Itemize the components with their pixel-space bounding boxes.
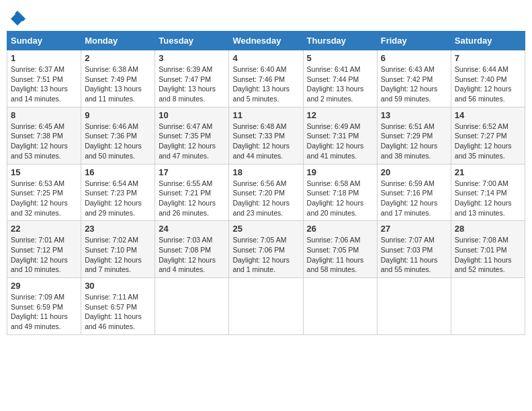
day-number: 12 xyxy=(307,110,373,120)
day-detail: Sunrise: 7:02 AM Sunset: 7:10 PM Dayligh… xyxy=(85,235,151,275)
calendar-cell xyxy=(377,278,451,335)
day-detail: Sunrise: 7:03 AM Sunset: 7:08 PM Dayligh… xyxy=(159,235,225,275)
day-number: 6 xyxy=(381,53,447,63)
day-number: 25 xyxy=(232,224,299,234)
day-number: 20 xyxy=(381,167,447,177)
day-detail: Sunrise: 7:00 AM Sunset: 7:14 PM Dayligh… xyxy=(455,179,521,218)
day-detail: Sunrise: 7:08 AM Sunset: 7:01 PM Dayligh… xyxy=(455,235,521,275)
day-detail: Sunrise: 6:44 AM Sunset: 7:40 PM Dayligh… xyxy=(455,64,521,104)
calendar-cell: 18Sunrise: 6:56 AM Sunset: 7:20 PM Dayli… xyxy=(229,164,303,221)
calendar-cell: 15Sunrise: 6:53 AM Sunset: 7:25 PM Dayli… xyxy=(7,164,81,221)
day-number: 24 xyxy=(159,224,225,234)
day-number: 26 xyxy=(307,224,373,234)
day-detail: Sunrise: 6:53 AM Sunset: 7:25 PM Dayligh… xyxy=(11,179,77,218)
day-detail: Sunrise: 7:01 AM Sunset: 7:12 PM Dayligh… xyxy=(11,235,77,275)
calendar-cell: 4Sunrise: 6:40 AM Sunset: 7:46 PM Daylig… xyxy=(229,50,303,107)
calendar-cell xyxy=(229,278,303,335)
day-number: 8 xyxy=(11,110,77,120)
day-detail: Sunrise: 6:46 AM Sunset: 7:36 PM Dayligh… xyxy=(85,122,151,161)
calendar-cell: 9Sunrise: 6:46 AM Sunset: 7:36 PM Daylig… xyxy=(81,107,155,164)
day-number: 3 xyxy=(159,53,225,63)
calendar-body: 1Sunrise: 6:37 AM Sunset: 7:51 PM Daylig… xyxy=(7,50,525,335)
day-detail: Sunrise: 6:49 AM Sunset: 7:31 PM Dayligh… xyxy=(307,122,373,161)
day-number: 16 xyxy=(85,167,151,177)
calendar-cell: 22Sunrise: 7:01 AM Sunset: 7:12 PM Dayli… xyxy=(7,221,81,278)
day-detail: Sunrise: 7:09 AM Sunset: 6:59 PM Dayligh… xyxy=(11,292,77,332)
calendar-header-row: SundayMondayTuesdayWednesdayThursdayFrid… xyxy=(7,32,525,50)
day-detail: Sunrise: 6:51 AM Sunset: 7:29 PM Dayligh… xyxy=(381,122,447,161)
day-detail: Sunrise: 6:38 AM Sunset: 7:49 PM Dayligh… xyxy=(85,64,151,104)
calendar-cell: 12Sunrise: 6:49 AM Sunset: 7:31 PM Dayli… xyxy=(303,107,377,164)
day-detail: Sunrise: 6:54 AM Sunset: 7:23 PM Dayligh… xyxy=(85,179,151,218)
calendar-cell: 10Sunrise: 6:47 AM Sunset: 7:35 PM Dayli… xyxy=(155,107,229,164)
weekday-header-tuesday: Tuesday xyxy=(155,32,229,50)
day-detail: Sunrise: 6:52 AM Sunset: 7:27 PM Dayligh… xyxy=(455,122,521,161)
calendar-cell xyxy=(451,278,525,335)
calendar-week-row: 29Sunrise: 7:09 AM Sunset: 6:59 PM Dayli… xyxy=(7,278,525,335)
calendar-cell: 29Sunrise: 7:09 AM Sunset: 6:59 PM Dayli… xyxy=(7,278,81,335)
day-number: 1 xyxy=(11,53,77,63)
calendar-table: SundayMondayTuesdayWednesdayThursdayFrid… xyxy=(7,31,525,335)
day-number: 11 xyxy=(232,110,299,120)
day-number: 23 xyxy=(85,224,151,234)
calendar-cell: 30Sunrise: 7:11 AM Sunset: 6:57 PM Dayli… xyxy=(81,278,155,335)
day-number: 17 xyxy=(159,167,225,177)
calendar-cell: 8Sunrise: 6:45 AM Sunset: 7:38 PM Daylig… xyxy=(7,107,81,164)
calendar-cell xyxy=(303,278,377,335)
calendar-cell: 6Sunrise: 6:43 AM Sunset: 7:42 PM Daylig… xyxy=(377,50,451,107)
calendar-week-row: 22Sunrise: 7:01 AM Sunset: 7:12 PM Dayli… xyxy=(7,221,525,278)
day-detail: Sunrise: 6:58 AM Sunset: 7:18 PM Dayligh… xyxy=(307,179,373,218)
calendar-cell: 1Sunrise: 6:37 AM Sunset: 7:51 PM Daylig… xyxy=(7,50,81,107)
calendar-cell xyxy=(155,278,229,335)
calendar-cell: 3Sunrise: 6:39 AM Sunset: 7:47 PM Daylig… xyxy=(155,50,229,107)
calendar-cell: 24Sunrise: 7:03 AM Sunset: 7:08 PM Dayli… xyxy=(155,221,229,278)
calendar-cell: 19Sunrise: 6:58 AM Sunset: 7:18 PM Dayli… xyxy=(303,164,377,221)
calendar-cell: 13Sunrise: 6:51 AM Sunset: 7:29 PM Dayli… xyxy=(377,107,451,164)
day-detail: Sunrise: 6:43 AM Sunset: 7:42 PM Dayligh… xyxy=(381,64,447,104)
day-detail: Sunrise: 6:48 AM Sunset: 7:33 PM Dayligh… xyxy=(232,122,299,161)
calendar-cell: 28Sunrise: 7:08 AM Sunset: 7:01 PM Dayli… xyxy=(451,221,525,278)
day-number: 13 xyxy=(381,110,447,120)
day-number: 18 xyxy=(232,167,299,177)
day-number: 27 xyxy=(381,224,447,234)
day-number: 15 xyxy=(11,167,77,177)
weekday-header-wednesday: Wednesday xyxy=(229,32,303,50)
calendar-cell: 11Sunrise: 6:48 AM Sunset: 7:33 PM Dayli… xyxy=(229,107,303,164)
day-detail: Sunrise: 6:39 AM Sunset: 7:47 PM Dayligh… xyxy=(159,64,225,104)
day-number: 30 xyxy=(85,281,151,291)
day-detail: Sunrise: 6:55 AM Sunset: 7:21 PM Dayligh… xyxy=(159,179,225,218)
page-header xyxy=(7,7,525,26)
day-detail: Sunrise: 6:45 AM Sunset: 7:38 PM Dayligh… xyxy=(11,122,77,161)
calendar-cell: 26Sunrise: 7:06 AM Sunset: 7:05 PM Dayli… xyxy=(303,221,377,278)
day-detail: Sunrise: 6:41 AM Sunset: 7:44 PM Dayligh… xyxy=(307,64,373,104)
day-number: 22 xyxy=(11,224,77,234)
calendar-cell: 16Sunrise: 6:54 AM Sunset: 7:23 PM Dayli… xyxy=(81,164,155,221)
day-number: 14 xyxy=(455,110,521,120)
calendar-cell: 23Sunrise: 7:02 AM Sunset: 7:10 PM Dayli… xyxy=(81,221,155,278)
day-number: 5 xyxy=(307,53,373,63)
day-number: 10 xyxy=(159,110,225,120)
day-number: 7 xyxy=(455,53,521,63)
day-number: 21 xyxy=(455,167,521,177)
day-number: 28 xyxy=(455,224,521,234)
day-number: 19 xyxy=(307,167,373,177)
weekday-header-friday: Friday xyxy=(377,32,451,50)
calendar-cell: 7Sunrise: 6:44 AM Sunset: 7:40 PM Daylig… xyxy=(451,50,525,107)
day-detail: Sunrise: 6:37 AM Sunset: 7:51 PM Dayligh… xyxy=(11,64,77,104)
weekday-header-saturday: Saturday xyxy=(451,32,525,50)
day-number: 4 xyxy=(232,53,299,63)
day-detail: Sunrise: 6:56 AM Sunset: 7:20 PM Dayligh… xyxy=(232,179,299,218)
logo-text xyxy=(7,9,28,28)
calendar-week-row: 8Sunrise: 6:45 AM Sunset: 7:38 PM Daylig… xyxy=(7,107,525,164)
day-detail: Sunrise: 7:07 AM Sunset: 7:03 PM Dayligh… xyxy=(381,235,447,275)
calendar-cell: 21Sunrise: 7:00 AM Sunset: 7:14 PM Dayli… xyxy=(451,164,525,221)
day-detail: Sunrise: 6:59 AM Sunset: 7:16 PM Dayligh… xyxy=(381,179,447,218)
day-detail: Sunrise: 7:11 AM Sunset: 6:57 PM Dayligh… xyxy=(85,292,151,332)
weekday-header-sunday: Sunday xyxy=(7,32,81,50)
logo xyxy=(7,9,28,26)
day-number: 29 xyxy=(11,281,77,291)
calendar-cell: 20Sunrise: 6:59 AM Sunset: 7:16 PM Dayli… xyxy=(377,164,451,221)
calendar-week-row: 15Sunrise: 6:53 AM Sunset: 7:25 PM Dayli… xyxy=(7,164,525,221)
day-detail: Sunrise: 7:05 AM Sunset: 7:06 PM Dayligh… xyxy=(232,235,299,275)
calendar-cell: 2Sunrise: 6:38 AM Sunset: 7:49 PM Daylig… xyxy=(81,50,155,107)
